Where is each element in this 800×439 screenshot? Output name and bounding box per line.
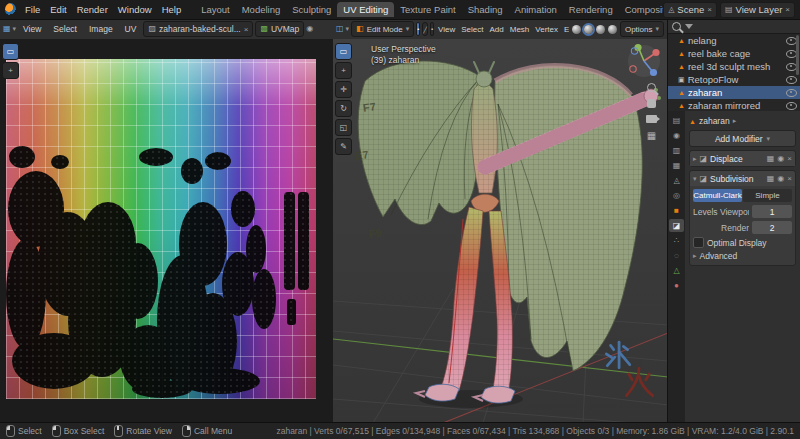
render-levels-field[interactable]: 2 — [752, 221, 792, 234]
tool-move-icon[interactable]: ✛ — [335, 81, 352, 98]
uv-tool-select-box-icon[interactable]: ▭ — [2, 43, 19, 60]
expand-chevron-icon[interactable]: ▸ — [693, 155, 697, 163]
shading-material-icon[interactable] — [596, 25, 605, 34]
outliner-item-nelang[interactable]: ▲ nelang — [668, 34, 800, 47]
face-select-icon[interactable]: ▪ — [430, 22, 434, 36]
pan-hand-icon[interactable] — [647, 99, 656, 108]
display-render-icon[interactable]: ◉ — [777, 155, 784, 163]
visibility-eye-icon[interactable] — [786, 102, 797, 110]
tab-view-layer-icon[interactable]: ▦ — [669, 159, 684, 172]
uv-canvas[interactable]: ▭ + — [0, 39, 333, 423]
workspace-tab-uv-editing[interactable]: UV Editing — [337, 2, 394, 17]
edge-select-icon[interactable]: ╱ — [422, 22, 428, 36]
shading-rendered-icon[interactable] — [608, 25, 617, 34]
view-layer-selector[interactable]: ▤ View Layer × — [720, 2, 795, 18]
viewport-editor-type-icon[interactable]: ◫ — [336, 25, 344, 33]
uv-pin-icon[interactable]: ◉ — [306, 25, 313, 33]
image-unlink-icon[interactable]: × — [244, 25, 249, 34]
mode-selector[interactable]: ◧ Edit Mode ▾ — [351, 21, 414, 37]
editor-type-chevron-icon[interactable]: ▾ — [13, 25, 17, 33]
options-menu[interactable]: Options ▾ — [620, 21, 664, 37]
tool-rotate-icon[interactable]: ↻ — [335, 100, 352, 117]
tool-scale-icon[interactable]: ◱ — [335, 119, 352, 136]
menu-help[interactable]: Help — [157, 3, 187, 16]
advanced-section-row[interactable]: ▸ Advanced — [693, 251, 792, 261]
uv-menu-uv[interactable]: UV — [120, 23, 142, 35]
blender-logo-icon[interactable] — [5, 3, 16, 16]
viewport-canvas[interactable]: User Perspective (39) zaharan F7 E7 F9 ▭… — [333, 39, 668, 423]
tab-modifiers-wrench-icon[interactable]: ◪ — [669, 219, 684, 232]
workspace-tab-layout[interactable]: Layout — [195, 2, 236, 17]
remove-modifier-icon[interactable]: × — [787, 154, 792, 163]
vp-menu-add[interactable]: Add — [488, 24, 506, 35]
uv-menu-select[interactable]: Select — [48, 23, 82, 35]
workspace-tab-texture-paint[interactable]: Texture Paint — [394, 2, 461, 17]
tab-object-icon[interactable]: ■ — [669, 204, 684, 217]
vp-menu-vertex[interactable]: Vertex — [533, 24, 560, 35]
menu-edit[interactable]: Edit — [45, 3, 71, 16]
vp-menu-view[interactable]: View — [436, 24, 457, 35]
image-datablock-selector[interactable]: ▨ zaharan-baked-scul... × — [143, 21, 253, 37]
shading-wireframe-icon[interactable] — [572, 25, 581, 34]
vertex-select-icon[interactable]: • — [416, 22, 420, 36]
view-layer-unlink-icon[interactable]: × — [785, 5, 790, 14]
tool-annotate-icon[interactable]: ✎ — [335, 138, 352, 155]
navigation-gizmo[interactable] — [626, 43, 662, 79]
zoom-icon[interactable] — [647, 83, 656, 92]
workspace-tab-animation[interactable]: Animation — [509, 2, 563, 17]
outliner-item-reel-3d-sculpt-mesh[interactable]: ▲ reel 3d sculpt mesh — [668, 60, 800, 73]
outliner-item-retopoflow[interactable]: ▣ RetopoFlow — [668, 73, 800, 86]
display-render-icon[interactable]: ◉ — [777, 175, 784, 183]
tab-object-data-icon[interactable]: △ — [669, 264, 684, 277]
displace-panel-header[interactable]: ▸ ◪ Displace ▦ ◉ × — [690, 151, 795, 166]
tab-particles-icon[interactable]: ∴ — [669, 234, 684, 247]
tab-render-icon[interactable]: ◉ — [669, 129, 684, 142]
visibility-eye-icon[interactable] — [786, 76, 797, 84]
camera-view-icon[interactable] — [646, 115, 657, 123]
outliner-filter-icon[interactable] — [685, 24, 693, 29]
workspace-tab-rendering[interactable]: Rendering — [563, 2, 619, 17]
outliner-scrollbar[interactable] — [796, 35, 799, 75]
subdivision-panel-header[interactable]: ▾ ◪ Subdivision ▦ ◉ × — [690, 171, 795, 186]
tab-tool-icon[interactable]: ▤ — [669, 114, 684, 127]
uv-menu-image[interactable]: Image — [84, 23, 118, 35]
outliner-item-reel-bake-cage[interactable]: ▲ reel bake cage — [668, 47, 800, 60]
tool-select-box-icon[interactable]: ▭ — [335, 43, 352, 60]
remove-modifier-icon[interactable]: × — [787, 174, 792, 183]
tab-material-icon[interactable]: ● — [669, 279, 684, 292]
visibility-eye-icon[interactable] — [786, 89, 797, 97]
outliner-search-icon[interactable] — [672, 22, 681, 31]
tab-scene-icon[interactable]: ◬ — [669, 174, 684, 187]
shading-solid-icon[interactable] — [584, 25, 593, 34]
uv-map-selector[interactable]: ▩ UVMap — [255, 21, 304, 37]
display-viewport-icon[interactable]: ▦ — [767, 175, 775, 183]
workspace-tab-compositing[interactable]: Compositing — [619, 2, 664, 17]
vp-menu-select[interactable]: Select — [459, 24, 485, 35]
menu-render[interactable]: Render — [72, 3, 113, 16]
catmull-clark-button[interactable]: Catmull-Clark — [693, 189, 742, 202]
uv-editor-type-icon[interactable]: ▦ — [3, 25, 11, 33]
outliner-item-zaharan[interactable]: ▲ zaharan — [668, 86, 800, 99]
uv-menu-view[interactable]: View — [18, 23, 46, 35]
tool-cursor-icon[interactable]: + — [335, 62, 352, 79]
tab-output-icon[interactable]: ▥ — [669, 144, 684, 157]
uv-tool-cursor-icon[interactable]: + — [2, 62, 19, 79]
simple-button[interactable]: Simple — [743, 189, 792, 202]
workspace-tab-shading[interactable]: Shading — [462, 2, 509, 17]
display-viewport-icon[interactable]: ▦ — [767, 155, 775, 163]
workspace-tab-modeling[interactable]: Modeling — [236, 2, 287, 17]
menu-file[interactable]: File — [20, 3, 45, 16]
vp-menu-mesh[interactable]: Mesh — [508, 24, 532, 35]
tab-physics-icon[interactable]: ◌ — [669, 249, 684, 262]
scene-unlink-icon[interactable]: × — [707, 5, 712, 14]
viewport-editor-chevron-icon[interactable]: ▾ — [346, 25, 350, 33]
optimal-display-checkbox[interactable] — [693, 237, 704, 248]
scene-selector[interactable]: ◬ Scene × — [663, 2, 717, 18]
add-modifier-button[interactable]: Add Modifier ▾ — [689, 130, 796, 147]
levels-viewport-field[interactable]: 1 — [752, 205, 792, 218]
menu-window[interactable]: Window — [113, 3, 157, 16]
collapse-chevron-icon[interactable]: ▾ — [693, 175, 697, 183]
tab-world-icon[interactable]: ◎ — [669, 189, 684, 202]
workspace-tab-sculpting[interactable]: Sculpting — [286, 2, 337, 17]
toggle-perspective-icon[interactable]: ▦ — [646, 130, 657, 141]
